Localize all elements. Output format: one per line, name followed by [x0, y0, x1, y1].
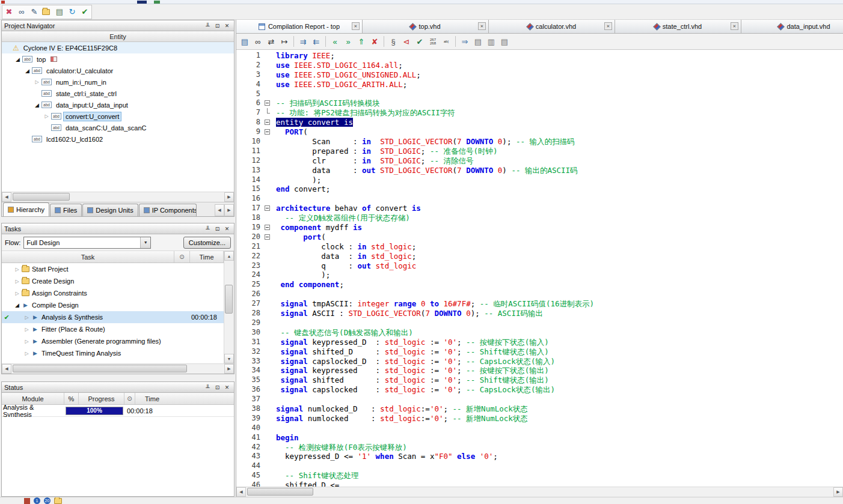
page-view-3-icon[interactable]: ▤ [498, 35, 510, 47]
tasks-vscrollbar[interactable]: ▲ ▼ [224, 251, 234, 363]
copy-block-icon[interactable]: ⇑ [355, 35, 367, 47]
tree-item-data-scanc-u-data-scanc[interactable]: abddata_scanC:U_data_scanC [2, 122, 234, 133]
flow-select[interactable]: Full Design ▼ [23, 237, 151, 249]
pin-icon[interactable]: ╨ [203, 225, 212, 232]
task-row-assign-constraints[interactable]: ▷Assign Constraints [2, 287, 224, 299]
fold-gutter[interactable] [263, 127, 272, 137]
indent-icon[interactable]: ⇉ [297, 35, 309, 47]
open-project-icon[interactable] [41, 6, 53, 18]
report-icon[interactable]: ▤ [54, 6, 66, 18]
scroll-left-icon[interactable]: ◀ [2, 364, 11, 374]
expander-collapsed-icon[interactable]: ▷ [13, 267, 22, 272]
fold-gutter[interactable] [263, 223, 272, 232]
messages-tool-icon[interactable] [24, 498, 30, 504]
tab-scroll-left-icon[interactable]: ◀ [215, 204, 224, 216]
edit-icon[interactable]: ✎ [28, 6, 40, 18]
tree-item-calculator-u-calculator[interactable]: ◢abdcalculator:U_calculator [2, 65, 234, 76]
editor-tab-top-vhd[interactable]: top.vhd✕ [363, 20, 489, 33]
module-column-header[interactable]: Module [2, 393, 64, 404]
page-view-1-icon[interactable]: ▤ [472, 35, 484, 47]
find-icon[interactable]: ∞ [16, 6, 28, 18]
tab-scroll-right-icon[interactable]: ▶ [224, 204, 234, 216]
line-counter-icon[interactable]: 267 268 [427, 35, 439, 47]
uncomment-icon[interactable]: » [342, 35, 354, 47]
pin-icon[interactable]: ╨ [203, 22, 212, 29]
code-editor[interactable]: 1library IEEE;2use IEEE.STD_LOGIC_1164.a… [236, 50, 843, 487]
time-column-header[interactable]: Time [190, 251, 224, 263]
percent-column-header[interactable]: % [64, 393, 79, 404]
scroll-track[interactable] [11, 192, 224, 202]
expander-open-icon[interactable]: ◢ [13, 302, 22, 308]
tree-item-num-in-i-num-in[interactable]: ▷abdnum_in:i_num_in [2, 76, 234, 88]
editor-hscrollbar[interactable]: ◀ ▶ [236, 487, 843, 497]
expander-open-icon[interactable]: ◢ [23, 68, 32, 74]
editor-tab-compilation-report-top[interactable]: Compilation Report - top✕ [236, 20, 363, 33]
customize-button[interactable]: Customize... [183, 237, 231, 249]
task-row-analysis-synthesis[interactable]: ✔▷▶Analysis & Synthesis00:00:18 [2, 311, 224, 323]
nav-tab-ip-components[interactable]: IP Components [139, 204, 197, 216]
close-icon[interactable]: ✕ [222, 383, 231, 391]
expander-open-icon[interactable]: ◢ [32, 102, 41, 108]
scroll-right-icon[interactable]: ▶ [224, 364, 234, 374]
find-icon[interactable]: ∞ [252, 35, 264, 47]
editor-tab-calculator-vhd[interactable]: calculator.vhd✕ [489, 20, 615, 33]
fold-gutter[interactable] [263, 204, 272, 213]
editor-tab-state-ctrl-vhd[interactable]: state_ctrl.vhd✕ [615, 20, 741, 33]
tab-close-icon[interactable]: ✕ [352, 22, 360, 30]
scroll-down-icon[interactable]: ▼ [224, 354, 234, 363]
word-case-icon[interactable]: ab| [440, 35, 452, 47]
tasks-hscrollbar[interactable]: ◀ ▶ [2, 363, 234, 374]
tab-close-icon[interactable]: ✕ [478, 22, 486, 30]
nav-tab-design-units[interactable]: Design Units [82, 204, 138, 216]
alert-icon[interactable]: ⊲ [400, 35, 412, 47]
status-row[interactable]: Analysis & Synthesis 100% 00:00:18 [2, 405, 234, 417]
float-icon[interactable]: ⊡ [213, 225, 222, 232]
tree-item-lcd1602-u-lcd1602[interactable]: abdlcd1602:U_lcd1602 [2, 133, 234, 145]
tree-item-cyclone-iv-e-ep4ce115f29c8[interactable]: ⚠Cyclone IV E: EP4CE115F29C8 [2, 42, 234, 53]
tab-close-icon[interactable]: ✕ [731, 22, 738, 30]
task-row-create-design[interactable]: ▷Create Design [2, 275, 224, 287]
expander-collapsed-icon[interactable]: ▷ [32, 79, 41, 85]
messages-badge-20[interactable]: 20 [44, 497, 51, 504]
scroll-thumb[interactable] [13, 365, 187, 372]
scroll-track[interactable] [224, 261, 234, 354]
recompile-icon[interactable]: ↻ [66, 6, 78, 18]
scroll-track[interactable] [246, 487, 833, 497]
fold-gutter[interactable] [263, 118, 272, 127]
new-window-icon[interactable]: ▤ [239, 35, 251, 47]
goto-line-icon[interactable]: ↦ [278, 35, 290, 47]
task-row-fitter-place-route[interactable]: ▷▶Fitter (Place & Route) [2, 323, 224, 335]
find-replace-icon[interactable]: ⇄ [265, 35, 277, 47]
scroll-thumb[interactable] [13, 193, 70, 201]
close-icon[interactable]: ✕ [222, 22, 231, 29]
next-marker-icon[interactable]: ⇒ [459, 35, 471, 47]
fold-gutter[interactable] [263, 99, 272, 108]
spellcheck-icon[interactable]: ✔ [414, 35, 426, 47]
attach-icon[interactable]: § [387, 35, 399, 47]
scroll-thumb[interactable] [225, 285, 233, 314]
progress-column-header[interactable]: Progress [79, 393, 124, 404]
fold-gutter[interactable] [263, 232, 272, 242]
scroll-left-icon[interactable]: ◀ [2, 192, 11, 202]
expander-collapsed-icon[interactable]: ▷ [13, 279, 22, 284]
verify-icon[interactable]: ✔ [79, 6, 91, 18]
nav-tab-files[interactable]: Files [50, 204, 82, 216]
float-icon[interactable]: ⊡ [213, 22, 222, 29]
clock-column-icon[interactable]: ⊙ [124, 393, 135, 404]
task-row-compile-design[interactable]: ◢▶Compile Design [2, 299, 224, 311]
expander-collapsed-icon[interactable]: ▷ [42, 114, 51, 119]
expander-collapsed-icon[interactable]: ▷ [22, 351, 31, 356]
delete-block-icon[interactable]: ✘ [369, 35, 381, 47]
tab-close-icon[interactable]: ✕ [604, 22, 612, 30]
close-icon[interactable]: ✕ [222, 225, 231, 232]
tree-item-top[interactable]: ◢abdtop [2, 53, 234, 65]
float-icon[interactable]: ⊡ [213, 383, 222, 391]
tree-item-convert-u-convert[interactable]: ▷abdconvert:U_convert [2, 111, 234, 122]
expander-collapsed-icon[interactable]: ▷ [22, 339, 31, 344]
nav-tab-hierarchy[interactable]: Hierarchy [3, 202, 49, 216]
editor-tab-data-input-vhd[interactable]: data_input.vhd✕ [741, 20, 843, 33]
time-column-header[interactable]: Time [135, 393, 234, 404]
messages-badge-1[interactable]: 1 [34, 497, 40, 504]
pin-icon[interactable]: ╨ [203, 383, 212, 391]
gate-netlist-icon[interactable]: ✖ [3, 6, 15, 18]
